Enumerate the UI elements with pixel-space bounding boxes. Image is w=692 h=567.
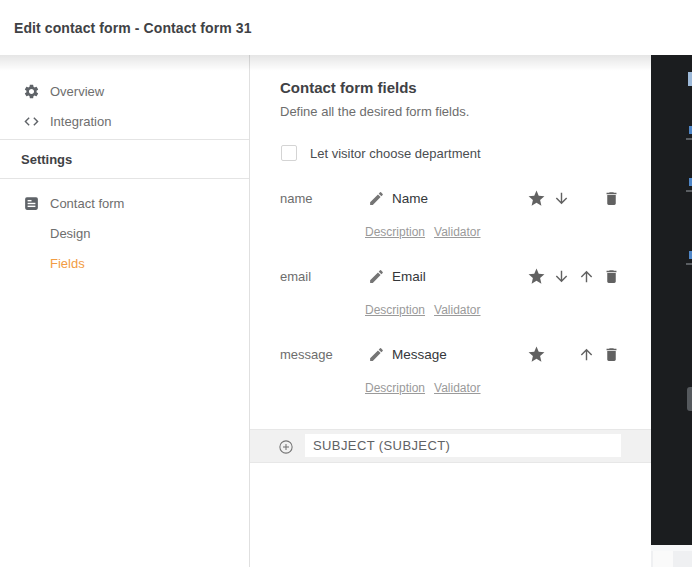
- sidebar-item-fields[interactable]: Fields: [0, 248, 249, 278]
- page-title: Contact form fields: [280, 79, 624, 96]
- sidebar-item-design[interactable]: Design: [0, 218, 249, 248]
- move-down-icon[interactable]: [549, 188, 574, 208]
- sidebar-item-label: Integration: [50, 114, 111, 129]
- field-row-name: name Name: [280, 188, 624, 208]
- dialog-header: Edit contact form - Contact form 31: [0, 0, 692, 55]
- trash-icon[interactable]: [599, 188, 624, 208]
- sidebar-item-label: Overview: [50, 84, 104, 99]
- field-title: Name: [392, 191, 428, 206]
- clipped-button-fragment: [687, 387, 692, 411]
- move-up-icon[interactable]: [574, 344, 599, 364]
- description-link[interactable]: Description: [365, 381, 425, 397]
- validator-link[interactable]: Validator: [434, 225, 480, 241]
- field-actions: [524, 266, 624, 286]
- field-title: Message: [392, 347, 447, 362]
- department-checkbox[interactable]: [281, 145, 297, 161]
- department-checkbox-row: Let visitor choose department: [280, 145, 624, 161]
- backdrop-bottom-area: [651, 545, 692, 567]
- settings-sidebar: Overview Integration Settings Contact fo…: [0, 55, 250, 567]
- field-actions: [524, 188, 624, 208]
- trash-icon[interactable]: [599, 266, 624, 286]
- validator-link[interactable]: Validator: [434, 303, 480, 319]
- clipped-code-fragment: [686, 190, 692, 192]
- star-icon[interactable]: [524, 344, 549, 364]
- field-key: email: [280, 269, 368, 284]
- backdrop-code-panel: [651, 55, 692, 545]
- validator-link[interactable]: Validator: [434, 381, 480, 397]
- contact-form-fields-panel: Contact form fields Define all the desir…: [250, 55, 651, 567]
- field-links-row: Description Validator: [365, 225, 624, 241]
- field-row-email: email Email: [280, 266, 624, 286]
- edit-field-title-button[interactable]: Email: [368, 268, 426, 285]
- star-icon[interactable]: [524, 266, 549, 286]
- sidebar-spacer: [0, 179, 249, 188]
- subject-field-pill: SUBJECT (SUBJECT): [305, 434, 621, 457]
- sidebar-item-label: Fields: [50, 256, 85, 271]
- edit-field-title-button[interactable]: Name: [368, 190, 428, 207]
- pencil-icon: [368, 268, 385, 285]
- description-link[interactable]: Description: [365, 303, 425, 319]
- clipped-code-fragment: [686, 263, 692, 265]
- sidebar-item-label: Design: [50, 226, 90, 241]
- clipped-code-fragment: [686, 138, 692, 140]
- clipped-code-fragment: [688, 72, 692, 86]
- page-subtitle: Define all the desired form fields.: [280, 104, 624, 119]
- dialog-title: Edit contact form - Contact form 31: [14, 20, 252, 36]
- field-links-row: Description Validator: [365, 381, 624, 397]
- department-checkbox-label: Let visitor choose department: [310, 146, 481, 161]
- trash-icon[interactable]: [599, 344, 624, 364]
- pencil-icon: [368, 190, 385, 207]
- field-row-message: message Message: [280, 344, 624, 364]
- edit-contact-form-dialog: Edit contact form - Contact form 31 Over…: [0, 0, 692, 567]
- pencil-icon: [368, 346, 385, 363]
- description-link[interactable]: Description: [365, 225, 425, 241]
- add-subject-field-bar[interactable]: SUBJECT (SUBJECT): [250, 429, 651, 463]
- code-icon: [22, 112, 40, 130]
- field-title: Email: [392, 269, 426, 284]
- field-actions: [524, 344, 624, 364]
- backdrop-tile: [653, 551, 673, 567]
- move-up-icon[interactable]: [574, 266, 599, 286]
- field-links-row: Description Validator: [365, 303, 624, 319]
- sidebar-section-settings: Settings: [0, 140, 249, 178]
- sidebar-item-label: Contact form: [50, 196, 124, 211]
- sidebar-item-contact-form[interactable]: Contact form: [0, 188, 249, 218]
- sidebar-item-integration[interactable]: Integration: [0, 106, 249, 136]
- plus-circle-icon[interactable]: [278, 439, 294, 455]
- field-key: message: [280, 347, 368, 362]
- edit-field-title-button[interactable]: Message: [368, 346, 447, 363]
- star-icon[interactable]: [524, 188, 549, 208]
- move-down-icon[interactable]: [549, 266, 574, 286]
- gear-icon: [22, 82, 40, 100]
- subject-field-label: SUBJECT (SUBJECT): [313, 438, 450, 453]
- sidebar-item-overview[interactable]: Overview: [0, 76, 249, 106]
- form-icon: [22, 194, 40, 212]
- field-key: name: [280, 191, 368, 206]
